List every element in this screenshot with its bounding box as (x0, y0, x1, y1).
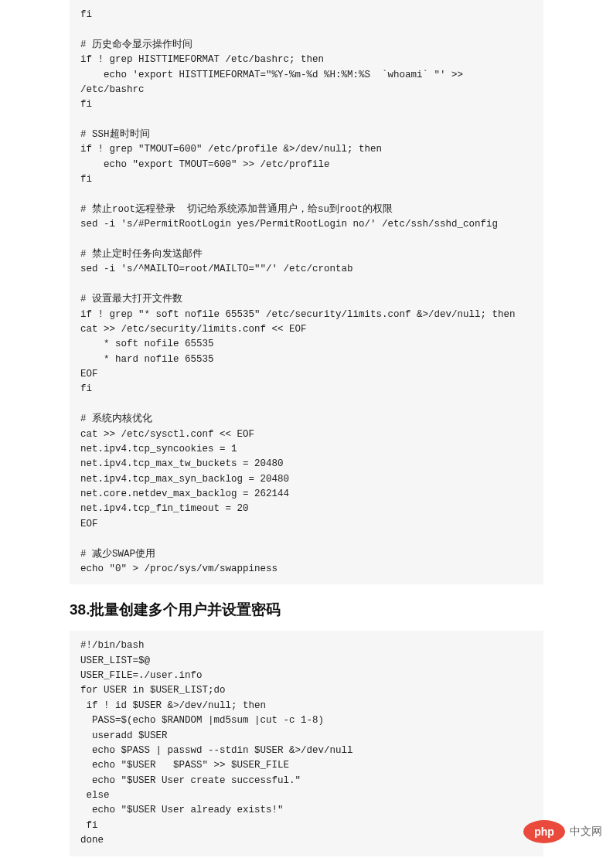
site-logo-label: 中文网 (570, 825, 602, 839)
php-logo-icon: php (523, 820, 565, 843)
code-block-1: fi # 历史命令显示操作时间 if ! grep HISTTIMEFORMAT… (70, 0, 543, 584)
code-block-2: #!/bin/bash USER_LIST=$@ USER_FILE=./use… (70, 631, 543, 856)
site-logo: php 中文网 (523, 820, 602, 843)
heading-38: 38.批量创建多个用户并设置密码 (70, 600, 543, 620)
